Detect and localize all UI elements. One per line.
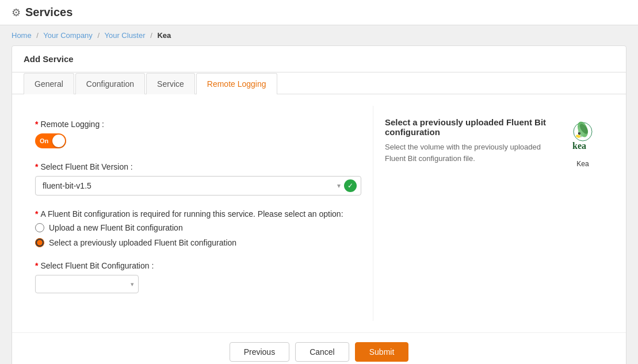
required-star-1: * bbox=[35, 120, 38, 129]
required-star-2: * bbox=[35, 162, 38, 171]
radio-select-previous[interactable]: Select a previously uploaded Fluent Bit … bbox=[35, 238, 361, 247]
kea-logo: kea bbox=[563, 117, 603, 158]
svg-text:kea: kea bbox=[572, 141, 586, 151]
card-body: * Remote Logging : On * Select Fluent bbox=[12, 94, 626, 332]
svg-point-6 bbox=[579, 133, 580, 133]
side-panel-title: Select a previously uploaded Fluent Bit … bbox=[385, 117, 553, 137]
select-config-select[interactable] bbox=[35, 275, 139, 293]
tabs-container: General Configuration Service Remote Log… bbox=[12, 72, 626, 94]
remote-logging-group: * Remote Logging : On bbox=[35, 120, 361, 148]
breadcrumb-sep-3: / bbox=[150, 31, 152, 40]
gear-icon: ⚙ bbox=[12, 6, 21, 19]
svg-point-5 bbox=[578, 132, 580, 135]
radio-upload-label: Upload a new Fluent Bit configuration bbox=[49, 223, 183, 232]
radio-group: Upload a new Fluent Bit configuration Se… bbox=[35, 223, 361, 247]
tab-general[interactable]: General bbox=[24, 73, 74, 94]
page-header: ⚙ Services bbox=[0, 0, 638, 25]
breadcrumb-cluster[interactable]: Your Cluster bbox=[104, 31, 145, 40]
breadcrumb-company[interactable]: Your Company bbox=[43, 31, 93, 40]
remote-logging-label: * Remote Logging : bbox=[35, 120, 361, 129]
kea-logo-label: Kea bbox=[576, 160, 589, 168]
fluent-bit-version-label: * Select Fluent Bit Version : bbox=[35, 162, 361, 171]
remote-logging-toggle[interactable]: On bbox=[35, 133, 66, 148]
main-content: Add Service General Configuration Servic… bbox=[0, 45, 638, 364]
required-star-4: * bbox=[35, 261, 38, 270]
card-header: Add Service bbox=[12, 46, 626, 72]
select-config-label: * Select Fluent Bit Configuration : bbox=[35, 261, 361, 270]
cancel-button[interactable]: Cancel bbox=[295, 342, 349, 362]
fluent-bit-version-wrapper: fluent-bit-v1.5 ▾ ✓ bbox=[35, 176, 361, 196]
breadcrumb-current: Kea bbox=[157, 31, 171, 40]
side-info: Select a previously uploaded Fluent Bit … bbox=[385, 117, 553, 168]
kea-logo-container: kea Kea bbox=[563, 117, 603, 168]
form-section: * Remote Logging : On * Select Fluent bbox=[24, 106, 373, 321]
side-panel-description: Select the volume with the previously up… bbox=[385, 141, 553, 164]
radio-select-previous-input[interactable] bbox=[35, 238, 44, 247]
radio-select-previous-label: Select a previously uploaded Fluent Bit … bbox=[49, 238, 236, 247]
select-config-group: * Select Fluent Bit Configuration : ▾ bbox=[35, 261, 361, 293]
required-star-3: * bbox=[35, 209, 38, 219]
fluent-bit-version-group: * Select Fluent Bit Version : fluent-bit… bbox=[35, 162, 361, 196]
side-panel: Select a previously uploaded Fluent Bit … bbox=[373, 106, 614, 321]
tab-service[interactable]: Service bbox=[146, 73, 195, 94]
toggle-container: On bbox=[35, 133, 361, 148]
breadcrumb-home[interactable]: Home bbox=[12, 31, 32, 40]
toggle-on-label: On bbox=[40, 137, 48, 144]
select-check-icon: ✓ bbox=[344, 179, 357, 192]
breadcrumb-sep-2: / bbox=[97, 31, 100, 40]
config-required-label: * A Fluent Bit configuration is required… bbox=[35, 209, 361, 219]
select-config-wrapper: ▾ bbox=[35, 275, 139, 293]
tab-configuration[interactable]: Configuration bbox=[75, 73, 145, 94]
radio-upload[interactable]: Upload a new Fluent Bit configuration bbox=[35, 223, 361, 232]
radio-upload-input[interactable] bbox=[35, 223, 44, 232]
breadcrumb-sep-1: / bbox=[36, 31, 39, 40]
tab-remote-logging[interactable]: Remote Logging bbox=[196, 73, 277, 94]
config-options-group: * A Fluent Bit configuration is required… bbox=[35, 209, 361, 247]
fluent-bit-version-select[interactable]: fluent-bit-v1.5 bbox=[35, 176, 361, 196]
form-footer: Previous Cancel Submit bbox=[12, 332, 626, 364]
side-panel-content: Select a previously uploaded Fluent Bit … bbox=[385, 117, 603, 168]
submit-button[interactable]: Submit bbox=[355, 342, 409, 362]
breadcrumb: Home / Your Company / Your Cluster / Kea bbox=[0, 25, 638, 45]
add-service-card: Add Service General Configuration Servic… bbox=[12, 45, 626, 364]
toggle-knob bbox=[52, 135, 65, 147]
previous-button[interactable]: Previous bbox=[230, 342, 289, 362]
page-title: Services bbox=[25, 6, 72, 19]
